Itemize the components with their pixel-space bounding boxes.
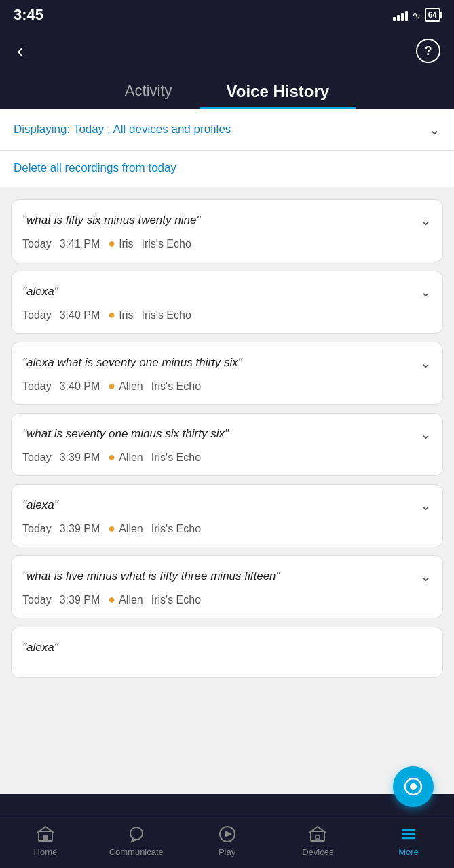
help-button[interactable]: ? bbox=[416, 39, 440, 63]
user-name-5: Allen bbox=[119, 594, 143, 606]
nav-more[interactable]: More bbox=[381, 825, 436, 857]
nav-communicate[interactable]: Communicate bbox=[109, 825, 164, 857]
voice-card-2[interactable]: "alexa what is seventy one minus thirty … bbox=[11, 342, 443, 405]
voice-card-3[interactable]: "what is seventy one minus six thirty si… bbox=[11, 413, 443, 476]
meta-user-1: ● Iris bbox=[108, 308, 133, 322]
alexa-fab-icon bbox=[403, 776, 423, 797]
meta-time-2: 3:40 PM bbox=[60, 380, 100, 393]
filter-label: Displaying: Today , All devices and prof… bbox=[14, 123, 231, 136]
meta-time-0: 3:41 PM bbox=[60, 238, 100, 250]
tab-voice-history[interactable]: Voice History bbox=[200, 75, 357, 109]
user-name-1: Iris bbox=[119, 309, 133, 321]
voice-card-0[interactable]: "what is fifty six minus twenty nine" ⌄ … bbox=[11, 199, 443, 262]
card-query-6: "alexa" bbox=[22, 639, 432, 656]
nav-play-label: Play bbox=[219, 847, 235, 857]
meta-date-2: Today bbox=[22, 380, 52, 393]
card-query-4: "alexa" bbox=[22, 497, 420, 513]
card-query-1: "alexa" bbox=[22, 283, 420, 300]
user-icon-4: ● bbox=[108, 521, 115, 536]
meta-device-4: Iris's Echo bbox=[151, 523, 201, 535]
nav-devices[interactable]: Devices bbox=[290, 825, 345, 857]
svg-point-4 bbox=[130, 827, 143, 840]
meta-time-1: 3:40 PM bbox=[60, 309, 100, 321]
meta-user-0: ● Iris bbox=[108, 237, 133, 251]
svg-marker-6 bbox=[225, 831, 232, 837]
filter-prefix: Displaying: bbox=[14, 123, 70, 136]
meta-time-5: 3:39 PM bbox=[60, 594, 100, 606]
meta-date-4: Today bbox=[22, 523, 52, 535]
wifi-icon: ∿ bbox=[412, 9, 421, 22]
delete-all-link[interactable]: Delete all recordings from today bbox=[14, 161, 176, 174]
nav-devices-label: Devices bbox=[302, 847, 333, 857]
meta-date-3: Today bbox=[22, 452, 52, 464]
status-time: 3:45 bbox=[14, 6, 43, 24]
card-chevron-1[interactable]: ⌄ bbox=[420, 283, 432, 300]
card-query-0: "what is fifty six minus twenty nine" bbox=[22, 212, 420, 229]
more-nav-icon bbox=[399, 825, 418, 844]
nav-play[interactable]: Play bbox=[200, 825, 254, 857]
user-name-4: Allen bbox=[119, 523, 143, 535]
card-header-3: "what is seventy one minus six thirty si… bbox=[22, 426, 432, 442]
card-meta-3: Today 3:39 PM ● Allen Iris's Echo bbox=[22, 450, 432, 465]
battery-icon: 64 bbox=[425, 8, 440, 22]
nav-home-label: Home bbox=[34, 847, 58, 857]
meta-user-3: ● Allen bbox=[108, 450, 143, 465]
cards-container: "what is fifty six minus twenty nine" ⌄ … bbox=[0, 193, 454, 685]
nav-communicate-label: Communicate bbox=[109, 847, 164, 857]
card-chevron-0[interactable]: ⌄ bbox=[420, 212, 432, 229]
card-meta-2: Today 3:40 PM ● Allen Iris's Echo bbox=[22, 379, 432, 393]
card-query-5: "what is five minus what is fifty three … bbox=[22, 568, 420, 585]
meta-date-5: Today bbox=[22, 594, 52, 606]
filter-bar[interactable]: Displaying: Today , All devices and prof… bbox=[0, 109, 454, 151]
meta-date-0: Today bbox=[22, 238, 52, 250]
card-query-3: "what is seventy one minus six thirty si… bbox=[22, 426, 420, 442]
meta-user-5: ● Allen bbox=[108, 593, 143, 607]
card-chevron-4[interactable]: ⌄ bbox=[420, 497, 432, 513]
voice-card-5[interactable]: "what is five minus what is fifty three … bbox=[11, 555, 443, 618]
bottom-nav: Home Communicate Play Devices More bbox=[0, 816, 454, 868]
status-bar: 3:45 ∿ 64 bbox=[0, 0, 454, 30]
meta-device-5: Iris's Echo bbox=[151, 594, 201, 606]
user-name-3: Allen bbox=[119, 452, 143, 464]
play-nav-icon bbox=[218, 825, 237, 844]
back-button[interactable]: ‹ bbox=[14, 37, 26, 65]
alexa-fab-button[interactable] bbox=[393, 766, 434, 807]
meta-device-2: Iris's Echo bbox=[151, 380, 201, 393]
svg-point-1 bbox=[410, 783, 417, 790]
card-header-5: "what is five minus what is fifty three … bbox=[22, 568, 432, 585]
meta-time-4: 3:39 PM bbox=[60, 523, 100, 535]
card-chevron-2[interactable]: ⌄ bbox=[420, 355, 432, 371]
meta-device-1: Iris's Echo bbox=[142, 309, 191, 321]
user-icon-0: ● bbox=[108, 237, 115, 251]
voice-card-6[interactable]: "alexa" bbox=[11, 627, 443, 678]
meta-device-0: Iris's Echo bbox=[142, 238, 191, 250]
voice-card-1[interactable]: "alexa" ⌄ Today 3:40 PM ● Iris Iris's Ec… bbox=[11, 271, 443, 334]
user-icon-5: ● bbox=[108, 593, 115, 607]
user-icon-2: ● bbox=[108, 379, 115, 393]
card-header-6: "alexa" bbox=[22, 639, 432, 656]
filter-value: Today , All devices and profiles bbox=[73, 123, 231, 136]
user-name-2: Allen bbox=[119, 380, 143, 393]
card-chevron-3[interactable]: ⌄ bbox=[420, 426, 432, 442]
card-meta-5: Today 3:39 PM ● Allen Iris's Echo bbox=[22, 593, 432, 607]
tabs-bar: Activity Voice History bbox=[0, 75, 454, 109]
signal-icon bbox=[393, 9, 408, 21]
meta-user-4: ● Allen bbox=[108, 521, 143, 536]
status-icons: ∿ 64 bbox=[393, 8, 440, 22]
card-header-1: "alexa" ⌄ bbox=[22, 283, 432, 300]
card-header-4: "alexa" ⌄ bbox=[22, 497, 432, 513]
nav-more-label: More bbox=[398, 847, 419, 857]
main-content: Displaying: Today , All devices and prof… bbox=[0, 109, 454, 794]
card-query-2: "alexa what is seventy one minus thirty … bbox=[22, 355, 420, 371]
card-chevron-5[interactable]: ⌄ bbox=[420, 568, 432, 585]
user-name-0: Iris bbox=[119, 238, 133, 250]
card-meta-1: Today 3:40 PM ● Iris Iris's Echo bbox=[22, 308, 432, 322]
nav-home[interactable]: Home bbox=[18, 825, 73, 857]
home-nav-icon bbox=[36, 825, 55, 844]
card-meta-0: Today 3:41 PM ● Iris Iris's Echo bbox=[22, 237, 432, 251]
tab-activity[interactable]: Activity bbox=[98, 75, 200, 109]
filter-chevron[interactable]: ⌄ bbox=[429, 121, 440, 138]
voice-card-4[interactable]: "alexa" ⌄ Today 3:39 PM ● Allen Iris's E… bbox=[11, 484, 443, 547]
communicate-nav-icon bbox=[127, 825, 146, 844]
svg-rect-3 bbox=[43, 835, 48, 841]
